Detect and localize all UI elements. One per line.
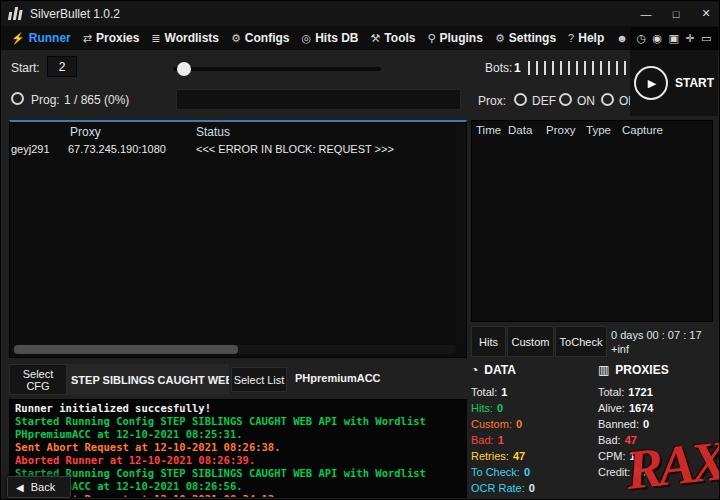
camera-icon[interactable]: ◉ [653,32,663,45]
stat-data-ocr: OCR Rate:0 [471,480,593,496]
runner-table-hscrollbar[interactable] [12,345,456,354]
progress-label: Prog: [31,93,60,107]
stat-data-tocheck: To Check:0 [471,464,593,480]
supporters-icon: ☻ [616,32,628,44]
tools-icon: ⚒ [370,32,380,45]
proxies-icon: ⇄ [83,32,92,45]
hits-table[interactable]: Time Data Proxy Type Capture [471,120,713,322]
prox-label: Prox: [478,94,506,108]
runner-row-proxy: 67.73.245.190:1080 [68,143,166,155]
play-icon: ▶ [634,66,668,100]
runner-log[interactable]: Runner initialized succesfully! Started … [9,399,467,498]
nav-item-wordlists[interactable]: ≣Wordlists [145,26,225,50]
data-stats: ◔DATA Total:1 Hits:0 Custom:0 Bad:1 Retr… [471,363,593,496]
prox-def-radio[interactable] [514,93,527,106]
minimize-button[interactable]: — [631,1,661,26]
nav-item-hitsdb[interactable]: ◎Hits DB [296,26,365,50]
record-icon[interactable]: ▣ [669,32,679,45]
progress-radio[interactable] [11,92,24,105]
close-button[interactable]: ✕ [691,1,720,26]
data-icon: ◔ [471,363,478,377]
nav-item-proxies[interactable]: ⇄Proxies [77,26,146,50]
selected-wordlist-name: PHpremiumACC [295,372,381,384]
nav-item-tools[interactable]: ⚒Tools [364,26,421,50]
tab-hits[interactable]: Hits [471,326,506,357]
start-slider-track[interactable] [173,67,381,71]
start-count-label: Start: [11,61,40,75]
stat-prox-alive: Alive:1674 [598,400,713,416]
configs-icon: ⚙ [231,32,241,45]
column-header-proxy2[interactable]: Proxy [546,124,575,136]
select-config-button[interactable]: Select CFG [9,364,67,395]
stat-data-retries: Retries:47 [471,448,593,464]
stat-prox-bad: Bad:47 [598,432,713,448]
start-count-input[interactable]: 2 [47,56,77,77]
column-header-time[interactable]: Time [476,124,501,136]
hits-db-icon: ◎ [302,32,312,45]
runner-table-vscrollbar[interactable] [456,124,465,346]
back-arrow-icon: ◀ [16,482,24,493]
stat-prox-total: Total:1721 [598,384,713,400]
stat-data-total: Total:1 [471,384,593,400]
tab-custom[interactable]: Custom [507,326,554,357]
maximize-button[interactable]: □ [661,1,691,26]
selected-config-name: STEP SIBLINGS CAUGHT WEB A [67,364,229,395]
stat-prox-banned: Banned:0 [598,416,713,432]
window-controls: — □ ✕ [631,1,720,26]
proxies-stats-header: ▥PROXIES [598,363,713,377]
log-line: Started Running Config STEP SIBLINGS CAU… [15,467,461,493]
start-button-label: START [675,76,714,90]
progress-value: 1 / 865 (0%) [64,93,129,107]
help-icon: ? [568,32,574,44]
settings-icon: ⚙ [495,32,505,45]
log-line: Runner initialized succesfully! [15,402,461,415]
stat-data-custom: Custom:0 [471,416,593,432]
log-line: Aborted Runner at 12-10-2021 08:26:39. [15,454,461,467]
start-dock: ◷ ◉ ▣ ✛ ▭ ▶ START [630,27,718,116]
hscrollbar-thumb[interactable] [14,345,238,354]
select-list-button[interactable]: Select List [231,367,287,392]
column-header-status[interactable]: Status [196,125,230,139]
prox-off-radio[interactable] [601,93,614,106]
runner-row-entry: geyj291 [11,143,50,155]
plugins-icon: ⚲ [427,32,435,45]
nav-item-settings[interactable]: ⚙Settings [489,26,562,50]
log-line: Started Running Config STEP SIBLINGS CAU… [15,415,461,441]
main-nav: ⚡Runner ⇄Proxies ≣Wordlists ⚙Configs ◎Hi… [1,26,720,50]
nav-item-help[interactable]: ?Help [562,26,610,50]
log-line: Sent Abort Request at 12-10-2021 08:34:1… [15,493,461,498]
back-button[interactable]: ◀ Back [7,476,71,498]
prox-on-radio[interactable] [559,93,572,106]
titlebar: SilverBullet 1.0.2 — □ ✕ [1,1,720,26]
runner-table[interactable]: Proxy Status geyj291 67.73.245.190:1080 … [9,120,467,358]
nav-item-configs[interactable]: ⚙Configs [225,26,296,50]
nav-item-runner[interactable]: ⚡Runner [5,26,77,50]
stat-data-bad: Bad:1 [471,432,593,448]
proxies-stats-icon: ▥ [598,363,609,377]
bots-value: 1 [514,61,521,75]
start-button[interactable]: ▶ START [630,50,718,116]
prox-on-label: ON [577,94,595,108]
column-header-capture[interactable]: Capture [622,124,663,136]
runner-icon: ⚡ [11,32,25,45]
bots-slider[interactable] [528,61,628,75]
data-stats-header: ◔DATA [471,363,593,377]
app-logo-icon [8,7,23,20]
gamepad-icon[interactable]: ✛ [685,32,694,45]
column-header-type[interactable]: Type [586,124,611,136]
monitor-icon[interactable]: ▭ [701,32,711,45]
start-slider-handle[interactable] [177,62,191,76]
history-icon[interactable]: ◷ [636,32,646,45]
corner-icon-bar: ◷ ◉ ▣ ✛ ▭ [630,27,718,50]
nav-item-plugins[interactable]: ⚲Plugins [421,26,488,50]
tab-tocheck[interactable]: ToCheck [555,326,607,357]
wordlists-icon: ≣ [151,32,160,45]
column-header-proxy[interactable]: Proxy [70,125,101,139]
app-window: SilverBullet 1.0.2 — □ ✕ ⚡Runner ⇄Proxie… [0,0,720,500]
window-title: SilverBullet 1.0.2 [30,7,120,21]
column-header-data[interactable]: Data [508,124,532,136]
bots-label: Bots: [485,61,512,75]
prox-def-label: DEF [532,94,556,108]
stat-prox-cpm: CPM:1 [598,448,713,464]
stat-data-hits: Hits:0 [471,400,593,416]
